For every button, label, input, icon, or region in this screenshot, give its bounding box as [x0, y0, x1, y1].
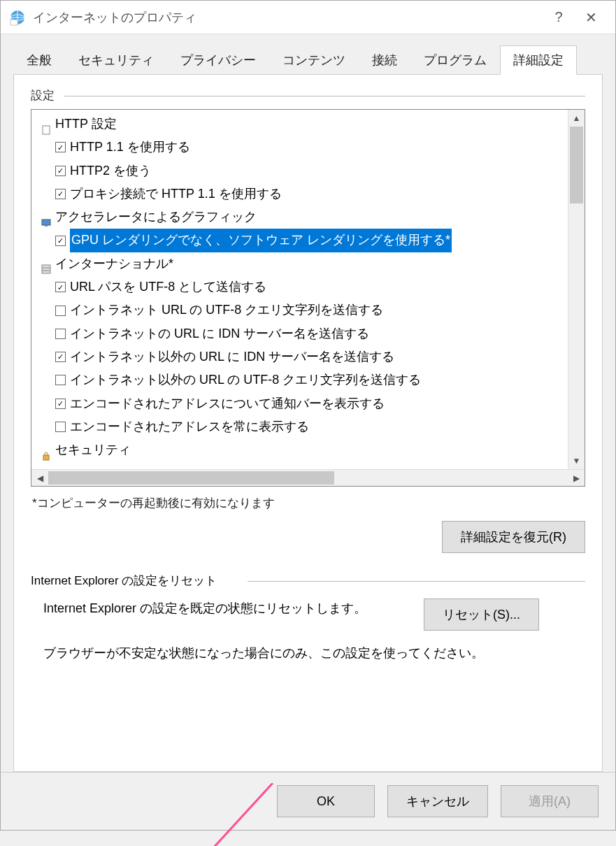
svg-rect-2 [10, 20, 17, 25]
apply-button[interactable]: 適用(A) [501, 785, 599, 817]
horizontal-scroll-track[interactable] [48, 470, 568, 486]
checkbox[interactable]: ✓ [55, 282, 66, 292]
tree-category[interactable]: セキュリティ [36, 438, 585, 461]
reset-button[interactable]: リセット(S)... [424, 598, 539, 631]
horizontal-scrollbar[interactable]: ◀ ▶ [31, 469, 585, 486]
vertical-scrollbar[interactable]: ▲ ▼ [568, 110, 585, 469]
tab-strip: 全般セキュリティプライバシーコンテンツ接続プログラム詳細設定 [13, 45, 603, 75]
scroll-up-arrow[interactable]: ▲ [568, 110, 585, 127]
tree-category-label: HTTP 設定 [55, 113, 117, 136]
help-button[interactable]: ? [543, 9, 575, 25]
page-icon [41, 120, 51, 129]
checkbox[interactable]: ✓ [55, 189, 66, 199]
tree-category[interactable]: インターナショナル* [36, 252, 585, 275]
tree-item[interactable]: ✓イントラネット以外の URL に IDN サーバー名を送信する [36, 345, 585, 368]
advanced-panel: 設定 HTTP 設定✓HTTP 1.1 を使用する✓HTTP2 を使う✓プロキシ… [13, 75, 603, 772]
tree-item-label: イントラネット URL の UTF-8 クエリ文字列を送信する [70, 299, 383, 322]
svg-rect-5 [45, 225, 48, 227]
scroll-down-arrow[interactable]: ▼ [568, 452, 585, 469]
reset-warning: ブラウザーが不安定な状態になった場合にのみ、この設定を使ってください。 [31, 643, 585, 664]
ok-button[interactable]: OK [277, 785, 375, 817]
checkbox[interactable]: ✓ [55, 236, 66, 246]
checkbox[interactable]: ✓ [55, 399, 66, 409]
checkbox[interactable] [55, 375, 66, 385]
horizontal-scroll-thumb[interactable] [48, 471, 334, 485]
settings-tree: HTTP 設定✓HTTP 1.1 を使用する✓HTTP2 を使う✓プロキシ接続で… [31, 110, 585, 464]
svg-rect-9 [43, 455, 49, 460]
tree-item[interactable]: ✓プロキシ接続で HTTP 1.1 を使用する [36, 182, 585, 206]
checkbox[interactable] [55, 306, 66, 316]
settings-tree-container: HTTP 設定✓HTTP 1.1 を使用する✓HTTP2 を使う✓プロキシ接続で… [31, 109, 585, 487]
reset-description: Internet Explorer の設定を既定の状態にリセットします。 [43, 598, 407, 619]
scroll-left-arrow[interactable]: ◀ [31, 473, 48, 483]
checkbox[interactable] [55, 422, 66, 432]
close-button[interactable]: ✕ [575, 9, 607, 26]
tree-item-label: URL パスを UTF-8 として送信する [70, 275, 266, 299]
settings-group-label: 設定 [31, 87, 585, 103]
checkbox[interactable]: ✓ [55, 166, 66, 176]
tree-item[interactable]: イントラネット URL の UTF-8 クエリ文字列を送信する [36, 299, 585, 322]
internet-properties-dialog: インターネットのプロパティ ? ✕ 全般セキュリティプライバシーコンテンツ接続プ… [0, 0, 616, 831]
tree-category-label: アクセラレータによるグラフィック [55, 206, 257, 229]
tree-item[interactable]: ✓HTTP 1.1 を使用する [36, 136, 585, 159]
tree-item-label: イントラネット以外の URL に IDN サーバー名を送信する [70, 345, 394, 368]
svg-rect-4 [42, 220, 50, 225]
tree-item-label: エンコードされたアドレスについて通知バーを表示する [70, 392, 385, 415]
globe-icon [41, 259, 51, 268]
tree-item[interactable]: ✓URL パスを UTF-8 として送信する [36, 275, 585, 299]
tree-category-label: セキュリティ [55, 438, 131, 461]
tab-3[interactable]: コンテンツ [269, 45, 359, 74]
lock-icon [41, 445, 51, 455]
checkbox[interactable] [55, 329, 66, 339]
tree-item[interactable]: ✓エンコードされたアドレスについて通知バーを表示する [36, 392, 585, 415]
tab-1[interactable]: セキュリティ [65, 45, 167, 74]
titlebar: インターネットのプロパティ ? ✕ [1, 1, 615, 34]
restore-advanced-button[interactable]: 詳細設定を復元(R) [442, 521, 585, 553]
tab-0[interactable]: 全般 [13, 45, 65, 74]
restart-note: *コンピューターの再起動後に有効になります [32, 495, 585, 511]
scroll-right-arrow[interactable]: ▶ [568, 473, 585, 483]
tree-item[interactable]: ✓GPU レンダリングでなく、ソフトウェア レンダリングを使用する* [36, 229, 585, 252]
tree-item[interactable]: エンコードされたアドレスを常に表示する [36, 415, 585, 438]
tree-category[interactable]: HTTP 設定 [36, 113, 585, 136]
tab-2[interactable]: プライバシー [167, 45, 269, 74]
tree-item-label: HTTP 1.1 を使用する [70, 136, 190, 159]
tree-item[interactable]: イントラネット以外の URL の UTF-8 クエリ文字列を送信する [36, 368, 585, 392]
checkbox[interactable]: ✓ [55, 142, 66, 152]
internet-options-icon [9, 9, 26, 26]
monitor-icon [41, 213, 51, 222]
cancel-button[interactable]: キャンセル [387, 785, 488, 817]
dialog-content: 全般セキュリティプライバシーコンテンツ接続プログラム詳細設定 設定 HTTP 設… [1, 34, 615, 772]
window-title: インターネットのプロパティ [33, 9, 543, 26]
vertical-scroll-thumb[interactable] [570, 127, 583, 203]
checkbox[interactable]: ✓ [55, 352, 66, 362]
tab-5[interactable]: プログラム [410, 45, 500, 74]
dialog-footer: OK キャンセル 適用(A) [1, 772, 615, 830]
tree-item[interactable]: イントラネットの URL に IDN サーバー名を送信する [36, 322, 585, 345]
tab-4[interactable]: 接続 [359, 45, 410, 74]
settings-tree-scroll[interactable]: HTTP 設定✓HTTP 1.1 を使用する✓HTTP2 を使う✓プロキシ接続で… [31, 110, 585, 469]
tree-item-label: プロキシ接続で HTTP 1.1 を使用する [70, 182, 282, 206]
tree-item-label: イントラネット以外の URL の UTF-8 クエリ文字列を送信する [70, 368, 421, 392]
tab-6[interactable]: 詳細設定 [500, 45, 577, 75]
tree-item-label: GPU レンダリングでなく、ソフトウェア レンダリングを使用する* [70, 229, 452, 252]
tree-item-label: HTTP2 を使う [70, 159, 151, 182]
tree-category[interactable]: アクセラレータによるグラフィック [36, 206, 585, 229]
svg-rect-6 [42, 265, 50, 273]
reset-group-label: Internet Explorer の設定をリセット [31, 573, 585, 589]
tree-item-label: イントラネットの URL に IDN サーバー名を送信する [70, 322, 369, 345]
svg-rect-3 [43, 126, 50, 134]
tree-item[interactable]: ✓HTTP2 を使う [36, 159, 585, 182]
tree-item-label: エンコードされたアドレスを常に表示する [70, 415, 309, 438]
tree-category-label: インターナショナル* [55, 252, 173, 275]
